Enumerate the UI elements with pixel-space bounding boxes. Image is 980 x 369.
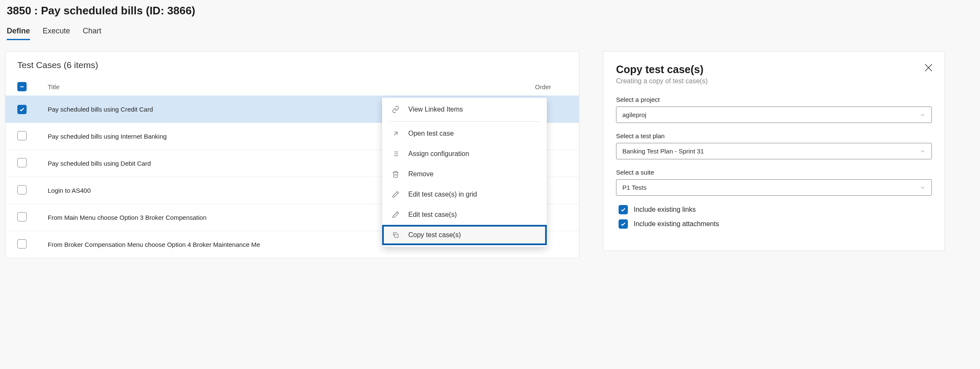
tab-chart[interactable]: Chart	[83, 27, 101, 40]
copy-test-case-panel: Copy test case(s) Creating a copy of tes…	[603, 51, 945, 251]
menu-view-linked-items[interactable]: View Linked Items	[382, 99, 547, 120]
menu-edit-in-grid[interactable]: Edit test case(s) in grid	[382, 184, 547, 205]
menu-item-label: Edit test case(s)	[408, 211, 457, 219]
context-menu: View Linked Items Open test case Assign …	[382, 98, 547, 247]
suite-label: Select a suite	[616, 169, 932, 176]
menu-copy-test-cases[interactable]: Copy test case(s)	[382, 225, 547, 245]
menu-item-label: Edit test case(s) in grid	[408, 191, 477, 198]
column-order[interactable]: Order	[535, 83, 573, 90]
include-links-checkbox[interactable]	[619, 205, 628, 214]
menu-assign-configuration[interactable]: Assign configuration	[382, 144, 547, 164]
row-checkbox[interactable]	[17, 158, 27, 167]
row-checkbox[interactable]	[17, 185, 27, 194]
project-select[interactable]: agileproj	[616, 107, 932, 123]
table-header: Title Order	[5, 78, 579, 96]
menu-edit-test-cases[interactable]: Edit test case(s)	[382, 205, 547, 225]
test-cases-panel-title: Test Cases (6 items)	[5, 60, 579, 78]
tabs: Define Execute Chart	[5, 27, 975, 40]
select-all-checkbox[interactable]	[17, 82, 27, 91]
row-title: Pay scheduled bills using Internet Banki…	[48, 133, 167, 140]
menu-item-label: Open test case	[408, 130, 454, 137]
test-cases-panel: Test Cases (6 items) Title Order Pay sch…	[5, 51, 579, 258]
close-icon	[923, 68, 934, 75]
project-label: Select a project	[616, 96, 932, 103]
suite-value: P1 Tests	[622, 184, 646, 191]
column-title[interactable]: Title	[48, 83, 535, 90]
project-value: agileproj	[622, 111, 646, 118]
pencil-icon	[391, 210, 400, 219]
open-icon	[391, 129, 400, 138]
menu-item-label: Remove	[408, 170, 434, 178]
menu-item-label: Assign configuration	[408, 150, 469, 158]
row-title: From Broker Compensation Menu choose Opt…	[48, 241, 260, 248]
row-checkbox[interactable]	[17, 131, 27, 140]
copy-icon	[391, 231, 400, 239]
menu-remove[interactable]: Remove	[382, 164, 547, 184]
chevron-down-icon	[920, 112, 926, 118]
link-icon	[391, 105, 400, 114]
svg-rect-0	[20, 86, 24, 87]
side-panel-subtitle: Creating a copy of test case(s)	[616, 77, 932, 85]
tab-execute[interactable]: Execute	[43, 27, 70, 40]
side-panel-title: Copy test case(s)	[616, 63, 932, 76]
trash-icon	[391, 170, 400, 178]
row-title: Pay scheduled bills using Credit Card	[48, 106, 153, 113]
chevron-down-icon	[920, 148, 926, 154]
pencil-icon	[391, 190, 400, 199]
page-title: 3850 : Pay scheduled bills (ID: 3866)	[5, 4, 975, 17]
include-attachments-checkbox[interactable]	[619, 219, 628, 229]
test-plan-label: Select a test plan	[616, 132, 932, 139]
close-button[interactable]	[923, 62, 934, 74]
test-plan-value: Banking Test Plan - Sprint 31	[622, 148, 704, 155]
test-plan-select[interactable]: Banking Test Plan - Sprint 31	[616, 143, 932, 159]
suite-select[interactable]: P1 Tests	[616, 179, 932, 196]
row-title: From Main Menu choose Option 3 Broker Co…	[48, 214, 206, 221]
chevron-down-icon	[920, 185, 926, 191]
row-checkbox[interactable]	[17, 105, 27, 114]
row-checkbox[interactable]	[17, 212, 27, 221]
menu-item-label: View Linked Items	[408, 106, 463, 113]
row-title: Login to AS400	[48, 187, 91, 194]
menu-open-test-case[interactable]: Open test case	[382, 123, 547, 144]
tab-define[interactable]: Define	[7, 27, 30, 40]
menu-item-label: Copy test case(s)	[408, 231, 461, 239]
svg-rect-10	[395, 234, 398, 238]
row-checkbox[interactable]	[17, 239, 27, 249]
include-attachments-label: Include existing attachments	[634, 220, 719, 228]
include-links-label: Include existing links	[634, 206, 696, 213]
row-title: Pay scheduled bills using Debit Card	[48, 160, 151, 167]
list-icon	[391, 150, 400, 158]
menu-divider	[390, 121, 539, 122]
